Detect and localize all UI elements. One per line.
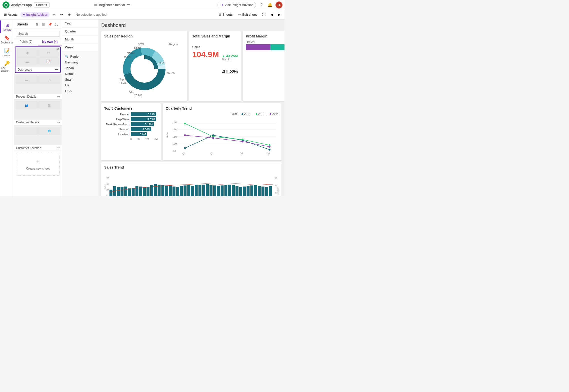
legend-2013: —◆ 2013 <box>253 112 264 116</box>
thumb-cell: ⊞ <box>38 101 60 109</box>
sheet-item-dashboard[interactable]: #1 ◉ ⊙ ▬ 📈 Dashboard ••• <box>15 46 61 73</box>
grid-view-icon[interactable]: ⊞ <box>34 21 40 27</box>
sheets-sidebar: Sheets ⊞ ☰ 📌 ⛶ Public (0) My own (4) #1 … <box>14 19 62 196</box>
sidebar-item-sheets[interactable]: ⊞ Sheets <box>0 20 14 33</box>
profit-bar-labels: -50.0% 50.0% <box>246 40 284 43</box>
ask-insight-advisor-button[interactable]: ✦ Ask Insight Advisor <box>218 2 256 8</box>
svg-text:4M: 4M <box>106 183 109 185</box>
sidebar-item-bookmarks[interactable]: 🔖 Bookmarks <box>0 33 14 46</box>
svg-point-41 <box>268 146 270 148</box>
svg-text:2M: 2M <box>106 189 109 191</box>
donut-chart-svg: Region USA 45.5% <box>104 40 184 98</box>
main-layout: ⊞ Sheets 🔖 Bookmarks 📝 Notes 🔑 Key drive… <box>0 19 284 196</box>
insight-advisor-button[interactable]: ✦ Insight Advisor <box>20 12 50 17</box>
filter-region-usa[interactable]: USA <box>62 88 98 94</box>
svg-rect-54 <box>110 190 112 196</box>
edit-sheet-button[interactable]: ✏ Edit sheet <box>236 12 259 17</box>
icon-strip: ⊞ Sheets 🔖 Bookmarks 📝 Notes 🔑 Key drive… <box>0 19 14 196</box>
expand-right-icon[interactable]: ▶ <box>276 12 282 17</box>
clear-button[interactable]: ⊘ <box>66 12 73 17</box>
tab-my-own[interactable]: My own (4) <box>38 38 62 45</box>
svg-rect-70 <box>169 186 172 196</box>
collapse-left-icon[interactable]: ◀ <box>268 12 275 17</box>
more-options-icon[interactable]: ••• <box>127 3 130 7</box>
expand-sidebar-icon[interactable]: ⛶ <box>54 21 59 27</box>
notifications-icon[interactable]: 🔔 <box>267 2 273 8</box>
filter-region-spain[interactable]: Spain <box>62 77 98 82</box>
back-button[interactable]: ↩ <box>50 12 57 17</box>
filter-quarter[interactable]: Quarter <box>62 27 98 35</box>
sheet-list: #1 ◉ ⊙ ▬ 📈 Dashboard ••• ▬ <box>14 45 62 196</box>
secondary-toolbar: ⊞ Assets ✦ Insight Advisor ↩ ↪ ⊘ No sele… <box>0 10 284 19</box>
svg-rect-96 <box>265 187 268 196</box>
svg-rect-59 <box>128 189 131 196</box>
tab-public[interactable]: Public (0) <box>14 38 38 45</box>
filter-region-uk[interactable]: UK <box>62 82 98 88</box>
sheet-name: Customer Details <box>16 121 39 124</box>
bookmark-icon: 🔖 <box>4 35 10 41</box>
bar-label: Deak-Perera Gro... <box>104 123 129 126</box>
svg-text:30: 30 <box>275 192 277 194</box>
search-input[interactable] <box>16 31 60 37</box>
expand-icon[interactable]: ⛶ <box>260 12 268 17</box>
create-new-sheet-button[interactable]: + Create new sheet <box>16 153 60 176</box>
pin-icon[interactable]: 📌 <box>47 21 53 27</box>
list-view-icon[interactable]: ☰ <box>41 21 46 27</box>
sheets-button[interactable]: ⊞ Sheets <box>216 12 235 17</box>
legend-2012: —◆ 2012 <box>238 112 250 116</box>
region-filter-section: 🔍 Region Germany Japan Nordic Spain UK U… <box>62 53 98 94</box>
total-sales-title: Total Sales and Margin <box>192 34 238 38</box>
key-drivers-icon: 🔑 <box>4 61 10 66</box>
filter-region-japan[interactable]: Japan <box>62 65 98 71</box>
bar-label: Userland <box>104 133 129 136</box>
sidebar-item-notes[interactable]: 📝 Notes <box>0 46 14 59</box>
sheet-item-product-details[interactable]: ▬ ⊞ Product Details ••• <box>14 74 62 100</box>
quarterly-trend-card: Quarterly Trend Year —◆ 2012 —◆ 2013 —◆ … <box>163 103 282 160</box>
svg-rect-80 <box>206 184 209 196</box>
sheet-item-footer: Customer Location ••• <box>14 145 62 151</box>
profit-bar <box>246 44 284 50</box>
sheet-dropdown[interactable]: Sheet ▾ <box>34 2 50 7</box>
tutorial-icon: ⊞ <box>94 3 97 7</box>
sheets-grid-icon: ⊞ <box>219 13 222 16</box>
sheet-item-customer-location[interactable]: 🌐 Customer Location ••• <box>14 125 62 151</box>
svg-rect-68 <box>161 185 164 196</box>
svg-rect-58 <box>124 187 127 196</box>
svg-rect-71 <box>172 187 176 196</box>
svg-rect-69 <box>165 186 168 196</box>
bar-label: Talarian <box>104 128 129 131</box>
plus-icon: + <box>36 158 40 165</box>
sheet-more-icon[interactable]: ••• <box>56 95 60 98</box>
svg-rect-93 <box>254 185 257 196</box>
help-icon[interactable]: ? <box>258 2 264 8</box>
spark-icon: ✦ <box>221 3 224 7</box>
sheet-more-icon[interactable]: ••• <box>56 146 60 150</box>
svg-text:Sales: Sales <box>104 185 106 189</box>
sidebar-search <box>14 29 62 38</box>
sidebar-title: Sheets <box>16 22 28 26</box>
bar-fill: 3.6M <box>131 132 147 136</box>
svg-text:11.3%: 11.3% <box>119 81 127 84</box>
assets-button[interactable]: ⊞ Assets <box>2 12 20 17</box>
filter-month[interactable]: Month <box>62 35 98 43</box>
legend-items: —◆ 2012 —◆ 2013 —◆ 2014 <box>238 112 278 116</box>
svg-text:Q2: Q2 <box>210 152 214 155</box>
filter-week[interactable]: Week <box>62 43 98 51</box>
sheet-more-icon[interactable]: ••• <box>56 121 60 124</box>
forward-button[interactable]: ↪ <box>58 12 65 17</box>
svg-rect-85 <box>224 185 227 196</box>
sales-trend-title: Sales Trend <box>104 165 278 169</box>
dashboard-title: Dashboard <box>101 22 282 28</box>
user-avatar[interactable]: TL <box>276 1 282 8</box>
sidebar-item-key-drivers[interactable]: 🔑 Key drivers <box>0 59 14 74</box>
insight-icon: ✦ <box>22 13 25 16</box>
filter-year[interactable]: Year <box>62 19 98 27</box>
sheet-item-customer-details[interactable]: 👥 ⊞ Customer Details ••• <box>14 100 62 125</box>
filter-region-nordic[interactable]: Nordic <box>62 71 98 77</box>
svg-rect-61 <box>136 186 138 196</box>
legend-2014: —◆ 2014 <box>267 112 278 116</box>
svg-text:Q: Q <box>4 2 8 7</box>
sheet-more-icon[interactable]: ••• <box>55 68 58 71</box>
svg-rect-73 <box>180 186 183 196</box>
filter-region-germany[interactable]: Germany <box>62 59 98 65</box>
